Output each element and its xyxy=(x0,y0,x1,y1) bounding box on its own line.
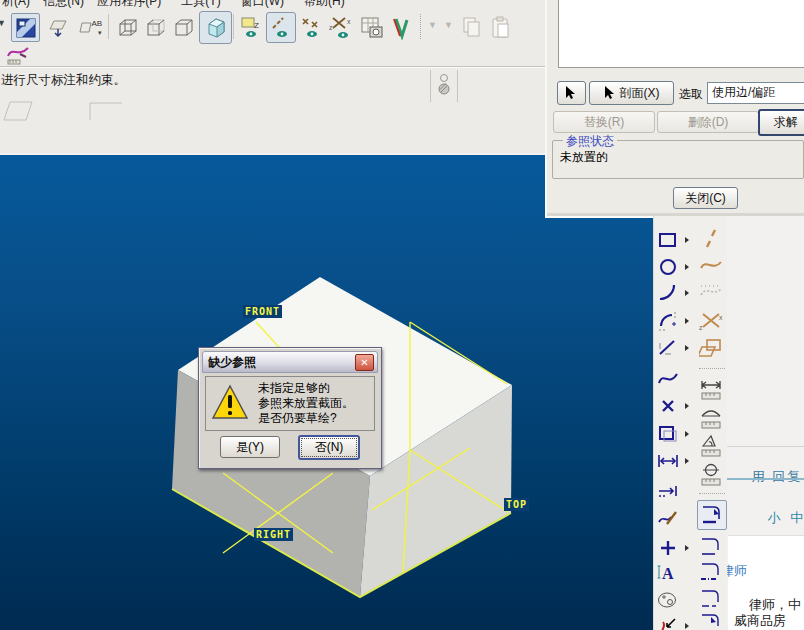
dim-diameter-tool-icon[interactable] xyxy=(697,462,725,488)
dim-horizontal-tool-icon[interactable] xyxy=(697,376,725,402)
font-size-links[interactable]: 小 中 大 xyxy=(768,510,804,525)
webpage-link[interactable]: 律师 xyxy=(727,562,747,580)
webpage-text-line2: 威商品房 xyxy=(734,612,786,630)
perimeter-dimension-button[interactable] xyxy=(656,479,680,503)
solve-button-label: 求解 xyxy=(774,114,798,131)
datum-plane-create-button[interactable] xyxy=(44,13,73,42)
text-tool-button[interactable]: A xyxy=(656,561,680,585)
constraint-tool-button[interactable] xyxy=(656,536,680,560)
capture-button[interactable] xyxy=(357,13,386,42)
circle-tool-button[interactable] xyxy=(656,255,680,279)
point-flyout-arrow[interactable] xyxy=(685,403,689,409)
corner-trim-variant-icon[interactable] xyxy=(697,608,725,630)
missing-references-dialog: 缺少参照 ✕ 未指定足够的 参照来放置截面。 是否仍要草绘? 是(Y) 否(N) xyxy=(198,347,382,469)
wireframe-view-button[interactable] xyxy=(114,14,142,42)
sketcher-mode-button[interactable] xyxy=(3,42,32,68)
line-style-tool-icon[interactable] xyxy=(697,225,725,251)
axis-display-toggle[interactable] xyxy=(266,12,296,43)
select-combo[interactable]: 使用边/偏距 xyxy=(707,82,804,104)
application-window: 析(A) 信息(N) 应用程序(P) 工具(T) 窗口(W) 帮助(H) ▼ xyxy=(0,0,804,630)
dialog-title-bar[interactable]: 缺少参照 ✕ xyxy=(202,351,378,373)
trim-flyout-arrow[interactable] xyxy=(685,623,689,629)
corner-trim-variant-icon[interactable] xyxy=(697,534,725,560)
select-label: 选取 xyxy=(679,86,703,103)
close-button[interactable]: 关闭(C) xyxy=(673,187,738,209)
rect-flyout-arrow[interactable] xyxy=(685,237,689,243)
status-message: 进行尺寸标注和约束。 xyxy=(1,72,126,89)
status-separator xyxy=(430,70,431,102)
surface-tool-icon[interactable] xyxy=(697,335,725,361)
arc-tool-button[interactable] xyxy=(656,281,680,305)
section-button[interactable]: 剖面(X) xyxy=(589,81,674,105)
shaded-cube-icon xyxy=(204,16,228,40)
point-display-toggle[interactable] xyxy=(297,13,325,42)
reference-status-value: 未放置的 xyxy=(560,149,608,166)
chamfer-flyout-arrow[interactable] xyxy=(685,345,689,351)
select-combo-value: 使用边/偏距 xyxy=(712,85,775,99)
dialog-close-button[interactable]: ✕ xyxy=(355,354,374,371)
fillet-tool-button[interactable] xyxy=(656,309,680,333)
status-indicator-icon xyxy=(436,71,452,104)
annotate-pen-button[interactable] xyxy=(387,13,416,42)
constraint-flyout-arrow[interactable] xyxy=(685,545,689,551)
corner-trim-variant-icon[interactable] xyxy=(697,559,725,585)
dimension-flyout-arrow[interactable] xyxy=(685,458,689,464)
front-datum-label[interactable]: FRONT xyxy=(243,305,282,318)
datum-tag-button[interactable]: AB ▾ xyxy=(76,13,105,42)
hidden-line-view-button[interactable] xyxy=(142,14,170,42)
sketch-display-button[interactable] xyxy=(11,13,40,42)
svg-text:Z: Z xyxy=(254,21,259,30)
undo-dropdown-icon: ▼ xyxy=(428,20,437,30)
spline-style-tool-icon[interactable] xyxy=(697,252,725,278)
trim-tool-button[interactable] xyxy=(656,614,680,630)
close-button-label: 关闭(C) xyxy=(685,190,726,207)
dropdown-arrow-partial-icon[interactable]: ▼ xyxy=(0,18,7,30)
rect-tool-button[interactable] xyxy=(656,228,680,252)
no-hidden-view-button[interactable] xyxy=(170,14,198,42)
select-arrow-button[interactable] xyxy=(557,81,586,105)
status-separator xyxy=(457,70,458,102)
shaded-view-button[interactable] xyxy=(199,11,232,44)
offset-tool-button[interactable] xyxy=(656,422,680,446)
chamfer-tool-button[interactable] xyxy=(656,336,680,360)
toolbar-separator-dotted xyxy=(699,493,725,494)
circle-flyout-arrow[interactable] xyxy=(685,264,689,270)
offset-flyout-arrow[interactable] xyxy=(685,431,689,437)
dimension-tool-button[interactable] xyxy=(656,449,680,473)
toolbar-separator xyxy=(108,14,109,39)
delete-button-label: 删除(D) xyxy=(688,114,729,131)
svg-text:x: x xyxy=(347,18,351,25)
webpage-post-box: 律师 律师，中 威商品房 xyxy=(728,535,804,630)
menu-bar[interactable]: 析(A) 信息(N) 应用程序(P) 工具(T) 窗口(W) 帮助(H) xyxy=(0,0,548,8)
menu-items-clipped[interactable]: 析(A) 信息(N) 应用程序(P) 工具(T) 窗口(W) 帮助(H) xyxy=(2,0,345,8)
point-tool-button[interactable] xyxy=(656,394,680,418)
dim-arc-tool-icon[interactable] xyxy=(697,405,725,431)
dialog-message: 未指定足够的 参照来放置截面。 是否仍要草绘? xyxy=(258,381,354,426)
palette-tool-button[interactable] xyxy=(656,588,680,612)
toolbar-separator-dotted xyxy=(420,14,422,39)
right-datum-label[interactable]: RIGHT xyxy=(254,528,293,541)
dialog-message-line2: 参照来放置截面。 xyxy=(258,396,354,411)
webpage-link-text[interactable]: 律师 xyxy=(727,563,747,578)
solve-button[interactable]: 求解 xyxy=(758,109,804,136)
warning-icon xyxy=(211,384,249,422)
top-datum-label[interactable]: TOP xyxy=(504,498,529,511)
reply-top-links[interactable]: 用 回复 TOP xyxy=(752,469,804,484)
spline-disabled-tool-icon xyxy=(697,278,725,304)
main-toolbar: ▼ AB ▾ xyxy=(0,10,548,44)
background-webpage: 用 回复 TOP 小 中 大3# 律师 律师，中 威商品房 xyxy=(727,216,804,630)
svg-text:x: x xyxy=(719,314,723,321)
modify-tool-button[interactable] xyxy=(656,506,680,530)
fillet-flyout-arrow[interactable] xyxy=(685,318,689,324)
hidden-line-cube-icon xyxy=(145,17,167,39)
no-button[interactable]: 否(N) xyxy=(298,435,360,460)
spline-tool-button[interactable] xyxy=(656,367,680,391)
csys-tool-icon[interactable]: zx xyxy=(697,308,725,334)
yes-button[interactable]: 是(Y) xyxy=(220,436,280,458)
csys-display-toggle[interactable]: zx xyxy=(326,13,356,42)
dim-angle-tool-icon[interactable] xyxy=(697,433,725,459)
datum-plane-display-toggle[interactable]: Z xyxy=(237,13,265,42)
corner-trim-tool-selected[interactable] xyxy=(697,500,727,530)
arc-flyout-arrow[interactable] xyxy=(685,290,689,296)
reference-list-box[interactable] xyxy=(558,0,804,68)
